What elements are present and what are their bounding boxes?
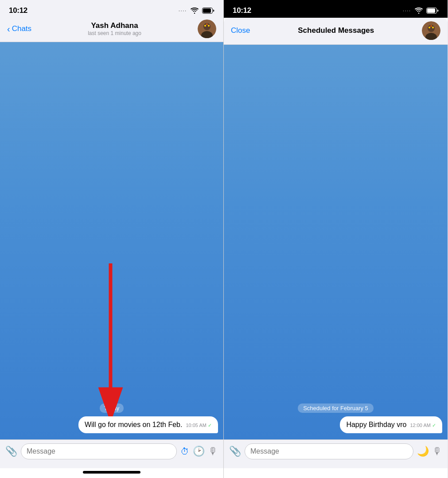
svg-rect-1	[203, 8, 211, 13]
wifi-icon-right	[414, 8, 424, 14]
message-time-left: 10:05 AM ✓	[186, 423, 212, 428]
status-icons-right: ····	[403, 8, 439, 14]
checkmark-right: ✓	[432, 423, 436, 428]
signal-dots-right: ····	[403, 8, 411, 13]
mic-icon-left[interactable]: 🎙	[208, 446, 218, 457]
navbar-left: ‹ Chats Yash Adhana last seen 1 minute a…	[0, 18, 223, 42]
chat-area-right: Scheduled for February 5 Happy Birthday …	[224, 45, 448, 439]
message-row-left: Will go for movies on 12th Feb. 10:05 AM…	[5, 416, 218, 433]
close-button[interactable]: Close	[231, 26, 250, 35]
message-bubble-left: Will go for movies on 12th Feb. 10:05 AM…	[78, 416, 218, 433]
moon-clock-icon[interactable]: 🕑	[193, 446, 205, 457]
input-bar-left: 📎 ⏱ 🕑 🎙	[0, 439, 223, 468]
status-bar-left: 10:12 ····	[0, 0, 223, 18]
battery-icon-right	[426, 8, 439, 14]
status-time-right: 10:12	[233, 6, 251, 15]
checkmark-left: ✓	[208, 423, 212, 428]
signal-dots-left: ····	[179, 8, 187, 13]
message-time-right: 12:00 AM ✓	[410, 423, 436, 428]
svg-point-16	[432, 27, 434, 28]
chevron-left-icon: ‹	[7, 24, 10, 34]
navbar-right: Close Scheduled Messages	[224, 18, 448, 45]
back-button[interactable]: ‹ Chats	[7, 24, 31, 34]
svg-point-15	[429, 27, 430, 28]
contact-avatar-left[interactable]	[198, 20, 216, 38]
chat-header-center: Yash Adhana last seen 1 minute ago	[88, 21, 141, 36]
moon-icon-right[interactable]: 🌙	[417, 446, 429, 457]
right-phone-inner: 10:12 ···· Close Scheduled Messages	[224, 0, 448, 478]
left-phone: 10:12 ···· ‹ Chats Yash Adhana last seen…	[0, 0, 224, 478]
schedule-clock-icon[interactable]: ⏱	[180, 447, 189, 457]
status-time-left: 10:12	[9, 6, 27, 15]
message-input-right[interactable]	[245, 443, 413, 459]
svg-rect-11	[427, 8, 435, 13]
status-bar-right: 10:12 ····	[224, 0, 448, 18]
wifi-icon-left	[190, 8, 199, 14]
message-text-right: Happy Birthday vro	[346, 421, 406, 428]
chat-contact-name: Yash Adhana	[88, 21, 141, 30]
message-text-left: Will go for movies on 12th Feb.	[85, 421, 183, 428]
contact-avatar-right[interactable]	[422, 21, 440, 40]
message-bubble-right: Happy Birthday vro 12:00 AM ✓	[340, 416, 442, 433]
red-arrow-annotation	[0, 42, 223, 440]
attachment-icon-left[interactable]: 📎	[5, 446, 17, 457]
battery-icon-left	[202, 8, 214, 14]
scheduled-messages-title: Scheduled Messages	[298, 26, 374, 35]
message-input-left[interactable]	[21, 443, 177, 459]
chat-area-left: Today Will go for movies on 12th Feb. 10…	[0, 42, 223, 439]
message-row-right: Happy Birthday vro 12:00 AM ✓	[229, 416, 442, 433]
back-label[interactable]: Chats	[12, 24, 31, 33]
svg-point-6	[208, 25, 210, 27]
input-bar-right: 📎 🌙 🎙	[224, 439, 448, 468]
attachment-icon-right[interactable]: 📎	[229, 446, 241, 457]
status-icons-left: ····	[179, 8, 214, 14]
mic-icon-right[interactable]: 🎙	[432, 446, 442, 457]
home-indicator-right	[307, 471, 365, 474]
scheduled-date-badge: Scheduled for February 5	[229, 404, 442, 413]
chat-last-seen: last seen 1 minute ago	[88, 30, 141, 36]
right-phone: 10:12 ···· Close Scheduled Messages	[224, 0, 448, 478]
date-badge-left: Today	[5, 404, 218, 413]
svg-point-5	[204, 25, 206, 27]
home-indicator-left	[83, 471, 140, 474]
